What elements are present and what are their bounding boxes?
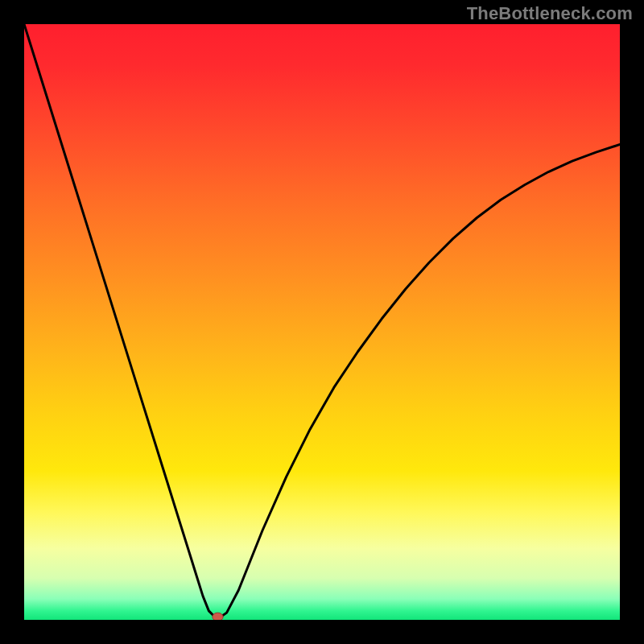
chart-container: TheBottleneck.com	[0, 0, 644, 644]
optimal-point-marker	[213, 613, 223, 620]
gradient-background	[24, 24, 620, 620]
attribution-label: TheBottleneck.com	[467, 3, 633, 24]
bottleneck-curve-chart	[24, 24, 620, 620]
plot-area	[24, 24, 620, 620]
